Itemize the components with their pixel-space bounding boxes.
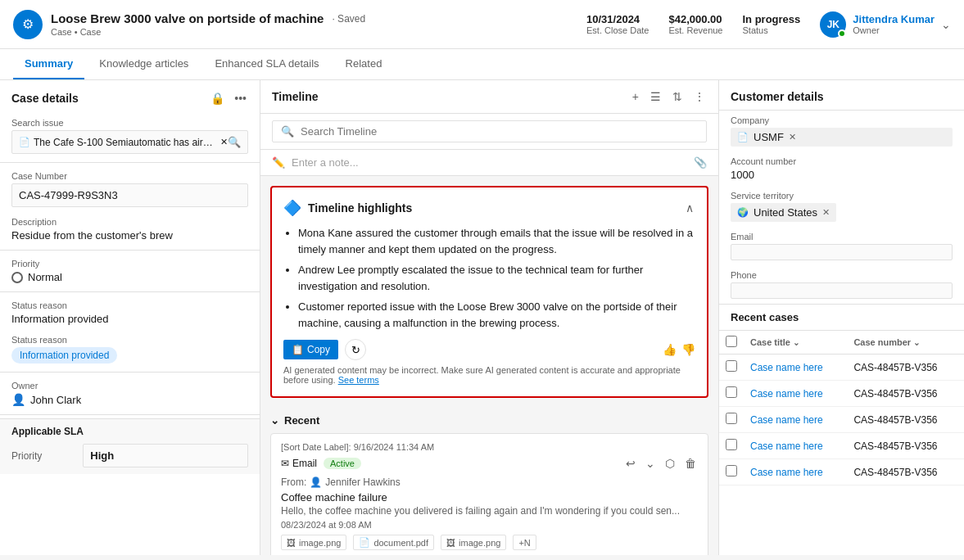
clear-search-icon[interactable]: ✕ xyxy=(220,137,228,147)
sla-row: Priority High xyxy=(11,444,248,467)
row-checkbox-4[interactable] xyxy=(726,465,737,476)
email-from: From: 👤 Jennifer Hawkins xyxy=(281,476,698,488)
left-panel: Case details 🔒 ••• Search issue 📄 The Ca… xyxy=(0,80,260,555)
company-field: Company 📄 USMF ✕ xyxy=(719,111,964,151)
thumbs-up-button[interactable]: 👍 xyxy=(663,343,677,356)
description-field: Description Residue from the customer's … xyxy=(0,212,260,246)
filter-timeline-button[interactable]: ☰ xyxy=(649,88,663,105)
case-title-cell: Case name here xyxy=(744,355,847,381)
saved-label: · Saved xyxy=(332,13,365,25)
row-checkbox-cell xyxy=(719,433,744,459)
email-meta: [Sort Date Label]: 9/16/2024 11:34 AM xyxy=(281,442,698,452)
more-options-button[interactable]: ••• xyxy=(233,90,248,106)
status-label: Status xyxy=(743,25,768,35)
attachment-1[interactable]: 🖼 image.png xyxy=(281,535,346,550)
collapse-highlights-button[interactable]: ∧ xyxy=(684,200,695,216)
attachment-3[interactable]: 🖼 image.png xyxy=(441,535,506,550)
tab-summary[interactable]: Summary xyxy=(13,49,84,79)
company-clear-button[interactable]: ✕ xyxy=(789,132,796,142)
case-name-link-1[interactable]: Case name here xyxy=(750,388,823,400)
copilot-icon: 🔷 xyxy=(283,199,301,217)
attachment-2[interactable]: 📄 document.pdf xyxy=(353,535,434,550)
case-name-link-3[interactable]: Case name here xyxy=(750,440,823,452)
row-checkbox-3[interactable] xyxy=(726,439,737,450)
reply-button[interactable]: ↩ xyxy=(624,455,637,472)
sla-priority-input[interactable]: High xyxy=(83,444,248,467)
email-input[interactable] xyxy=(731,244,953,260)
phone-input[interactable] xyxy=(731,282,953,299)
case-name-link-0[interactable]: Case name here xyxy=(750,362,823,373)
feedback-buttons: 👍 👎 xyxy=(663,343,695,356)
see-terms-link[interactable]: See terms xyxy=(338,375,379,385)
row-checkbox-0[interactable] xyxy=(726,360,737,372)
select-all-checkbox[interactable] xyxy=(726,336,737,347)
highlight-item-3: Customer reported issue with the Loose B… xyxy=(298,299,695,331)
thumbs-down-button[interactable]: 👎 xyxy=(681,343,695,356)
more-attachments[interactable]: +N xyxy=(513,535,536,550)
account-number-field: Account number 1000 xyxy=(719,151,964,186)
recent-header[interactable]: ⌄ Recent xyxy=(270,408,708,433)
case-details-header: Case details 🔒 ••• xyxy=(0,80,260,113)
email-icon: ✉ xyxy=(281,458,289,469)
row-checkbox-1[interactable] xyxy=(726,386,737,398)
case-number-sort-icon[interactable]: ⌄ xyxy=(913,338,920,347)
status-reason-label-2: Status reason xyxy=(11,335,248,345)
sort-timeline-button[interactable]: ⇅ xyxy=(671,88,684,105)
highlight-item-1: Mona Kane assured the customer through e… xyxy=(298,225,695,257)
search-issue-value: The Cafe S-100 Semiautomatic has air bu xyxy=(34,137,214,148)
case-name-link-4[interactable]: Case name here xyxy=(750,467,823,478)
timeline-highlights-box: 🔷 Timeline highlights ∧ Mona Kane assure… xyxy=(270,186,708,398)
header-title: Loose Brew 3000 valve on portside of mac… xyxy=(51,11,365,37)
recent-cases-header: Recent cases xyxy=(719,304,964,331)
person-icon: 👤 xyxy=(11,393,25,406)
priority-radio-row: Normal xyxy=(11,271,248,283)
doc-icon: 📄 xyxy=(359,537,370,548)
lock-button[interactable]: 🔒 xyxy=(209,90,226,106)
note-area[interactable]: ✏️ Enter a note... 📎 xyxy=(260,150,718,176)
search-box[interactable]: 🔍 xyxy=(272,120,707,142)
timeline-title: Timeline xyxy=(272,90,319,103)
divider-1 xyxy=(0,162,260,163)
copy-button[interactable]: 📋 Copy xyxy=(283,340,338,359)
timeline-search-input[interactable] xyxy=(301,125,698,138)
right-panel: Customer details Company 📄 USMF ✕ Accoun… xyxy=(718,80,964,555)
owner-row: 👤 John Clark xyxy=(11,393,248,406)
forward-button[interactable]: ⬡ xyxy=(663,455,677,472)
sla-priority-label: Priority xyxy=(11,450,42,462)
phone-label: Phone xyxy=(731,270,953,280)
case-number-input[interactable]: CAS-47999-R9S3N3 xyxy=(11,183,248,207)
phone-field: Phone xyxy=(719,265,964,304)
company-value: USMF xyxy=(754,131,784,143)
email-badge: ✉ Email xyxy=(281,458,317,469)
applicable-sla-section: Applicable SLA Priority High xyxy=(0,418,260,474)
online-indicator xyxy=(838,29,846,38)
expand-button[interactable]: ⌄ xyxy=(644,455,657,472)
territory-clear-button[interactable]: ✕ xyxy=(822,207,830,218)
case-title-sort-icon[interactable]: ⌄ xyxy=(793,338,799,347)
revenue-label: Est. Revenue xyxy=(668,25,722,35)
case-number-value: CAS-47999-R9S3N3 xyxy=(19,189,118,201)
priority-radio[interactable] xyxy=(11,272,23,283)
collapse-recent-icon: ⌄ xyxy=(270,414,279,427)
recent-section: ⌄ Recent [Sort Date Label]: 9/16/2024 11… xyxy=(270,408,708,555)
tabs-bar: Summary Knowledge articles Enhanced SLA … xyxy=(0,49,964,80)
owner-chevron-button[interactable]: ⌄ xyxy=(941,18,951,31)
case-number-cell-0: CAS-48457B-V356 xyxy=(847,355,964,381)
add-timeline-button[interactable]: + xyxy=(631,88,640,105)
more-timeline-button[interactable]: ⋮ xyxy=(692,88,707,105)
tab-knowledge-articles[interactable]: Knowledge articles xyxy=(88,49,200,79)
tab-enhanced-sla-details[interactable]: Enhanced SLA details xyxy=(203,49,330,79)
customer-details-header: Customer details xyxy=(719,80,964,111)
owner-field: Owner 👤 John Clark xyxy=(0,376,260,411)
refresh-button[interactable]: ↻ xyxy=(345,339,366,360)
delete-button[interactable]: 🗑 xyxy=(683,455,698,472)
search-issue-field: Search issue 📄 The Cafe S-100 Semiautoma… xyxy=(0,113,260,159)
case-name-link-2[interactable]: Case name here xyxy=(750,414,823,426)
tab-related[interactable]: Related xyxy=(334,49,394,79)
search-icon: 🔍 xyxy=(281,125,294,138)
row-checkbox-2[interactable] xyxy=(726,413,737,424)
search-issue-input[interactable]: 📄 The Cafe S-100 Semiautomatic has air b… xyxy=(11,130,248,154)
table-row: Case name here CAS-48457B-V356 xyxy=(719,381,964,407)
case-number-cell-4: CAS-48457B-V356 xyxy=(847,459,964,485)
owner-field-label: Owner xyxy=(11,381,248,391)
